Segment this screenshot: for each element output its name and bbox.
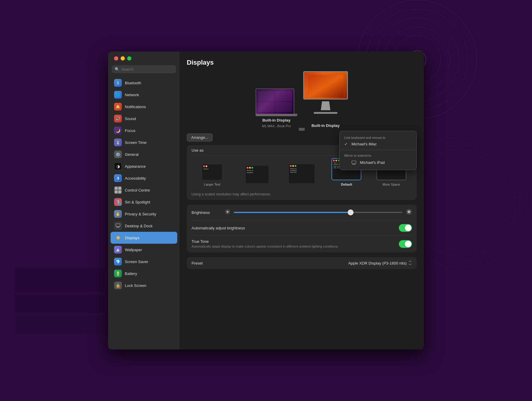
main-content: Displays Built-in Display bbox=[180, 52, 424, 349]
controls-row: Arrange... + Link keyboard and mouse to … bbox=[180, 131, 424, 145]
sidebar-label-bluetooth: Bluetooth bbox=[125, 81, 141, 85]
page-title: Displays bbox=[187, 59, 417, 66]
svg-point-29 bbox=[407, 210, 410, 213]
sidebar-item-bluetooth[interactable]: Bluetooth bbox=[111, 77, 177, 89]
sidebar-item-accessibility[interactable]: ♿ Accessibility bbox=[111, 172, 177, 184]
sidebar-label-sound: Sound bbox=[125, 116, 136, 121]
use-as-label: Use as bbox=[192, 148, 203, 153]
sidebar-item-focus[interactable]: 🌙 Focus bbox=[111, 125, 177, 136]
imac-screen bbox=[303, 71, 348, 100]
sidebar-item-sound[interactable]: 🔊 Sound bbox=[111, 113, 177, 125]
svg-line-28 bbox=[226, 213, 226, 214]
sidebar-item-controlcentre[interactable]: Control Centre bbox=[111, 184, 177, 196]
display-thumb-imac[interactable]: Built-in Display bbox=[303, 71, 348, 128]
dropdown-item-ipad[interactable]: ✓ Michael's iPad bbox=[340, 158, 416, 167]
res-preview-medium1: Here's totroublem bbox=[245, 165, 269, 184]
sidebar-label-lockscreen: Lock Screen bbox=[125, 283, 146, 288]
sidebar-label-network: Network bbox=[125, 93, 139, 97]
bluetooth-icon bbox=[114, 79, 122, 87]
desktop-icon bbox=[114, 222, 122, 230]
dropdown-divider bbox=[340, 150, 416, 150]
dropdown-ipad-label: Michael's iPad bbox=[360, 160, 385, 165]
laptop-screen bbox=[256, 88, 294, 114]
dropdown-item-imac[interactable]: ✓ Michael's iMac bbox=[340, 140, 416, 148]
sidebar-label-screentime: Screen Time bbox=[125, 140, 147, 145]
svg-rect-8 bbox=[15, 268, 104, 292]
sidebar-item-desktop[interactable]: Desktop & Dock bbox=[111, 220, 177, 232]
search-input[interactable] bbox=[121, 67, 173, 72]
settings-scroll: Use as Main displ… Here' bbox=[180, 145, 424, 349]
notifications-icon: 🔔 bbox=[114, 103, 122, 111]
brightness-slider[interactable] bbox=[234, 212, 402, 213]
sidebar-item-notifications[interactable]: 🔔 Notifications bbox=[111, 101, 177, 113]
sidebar-item-wallpaper[interactable]: 🏔️ Wallpaper bbox=[111, 244, 177, 256]
svg-rect-11 bbox=[116, 224, 120, 226]
svg-point-20 bbox=[226, 211, 229, 213]
res-option-medium1[interactable]: Here's totroublem bbox=[236, 165, 277, 186]
main-header: Displays bbox=[180, 52, 424, 71]
accessibility-icon: ♿ bbox=[114, 174, 122, 182]
svg-point-7 bbox=[408, 149, 515, 256]
res-option-larger-text[interactable]: Here's Larger Text bbox=[192, 164, 233, 186]
res-preview-larger: Here's bbox=[202, 164, 223, 180]
laptop-base bbox=[256, 114, 297, 116]
svg-line-35 bbox=[410, 213, 411, 214]
display-dropdown-menu: Link keyboard and mouse to ✓ Michael's i… bbox=[339, 131, 417, 170]
sidebar-label-accessibility: Accessibility bbox=[125, 176, 146, 181]
sidebar-item-displays[interactable]: ☀️ Displays bbox=[111, 232, 177, 244]
svg-line-25 bbox=[226, 210, 226, 210]
displays-area: Built-in Display M1 MAX...Book Pro bbox=[180, 71, 424, 128]
screentime-icon: ⏳ bbox=[114, 139, 122, 146]
svg-line-26 bbox=[229, 213, 229, 214]
auto-brightness-row: Automatically adjust brightness bbox=[187, 220, 417, 235]
display-sublabel-laptop: M1 MAX...Book Pro bbox=[262, 124, 291, 128]
preset-row: Preset Apple XDR Display (P3-1600 nits) bbox=[187, 257, 417, 269]
dropdown-mirror-section-label: Mirror or extend to bbox=[340, 152, 416, 158]
display-thumb-laptop[interactable]: Built-in Display M1 MAX...Book Pro bbox=[256, 88, 297, 128]
sidebar-item-lockscreen[interactable]: 🔒 Lock Screen bbox=[111, 279, 177, 291]
arrange-button[interactable]: Arrange... bbox=[187, 133, 213, 142]
auto-brightness-toggle[interactable] bbox=[399, 224, 412, 232]
search-bar[interactable]: 🔍 bbox=[112, 65, 176, 73]
sidebar-label-focus: Focus bbox=[125, 128, 135, 133]
lockscreen-icon: 🔒 bbox=[114, 282, 122, 289]
sidebar-item-network[interactable]: 🌐 Network bbox=[111, 89, 177, 101]
svg-rect-10 bbox=[15, 316, 104, 334]
privacy-icon: ✋ bbox=[114, 210, 122, 218]
dropdown-link-section-label: Link keyboard and mouse to bbox=[340, 134, 416, 140]
true-tone-toggle[interactable] bbox=[399, 240, 412, 248]
dropdown-imac-label: Michael's iMac bbox=[351, 142, 377, 146]
sidebar-label-appearance: Appearance bbox=[125, 164, 146, 169]
performance-note: Using a scaled resolution may affect per… bbox=[187, 190, 417, 200]
minimize-button[interactable] bbox=[121, 56, 125, 60]
svg-rect-15 bbox=[308, 75, 343, 97]
laptop-display bbox=[256, 88, 297, 116]
sidebar-item-privacy[interactable]: ✋ Privacy & Security bbox=[111, 208, 177, 220]
sidebar-item-battery[interactable]: 🔋 Battery bbox=[111, 268, 177, 279]
siri-icon: 🎙️ bbox=[114, 198, 122, 206]
res-preview-medium2: Here's to ttroublemaones who bbox=[288, 164, 315, 184]
brightness-card: Brightness bbox=[187, 205, 417, 252]
sidebar-label-screensaver: Screen Saver bbox=[125, 259, 148, 264]
sidebar-item-screentime[interactable]: ⏳ Screen Time bbox=[111, 136, 177, 148]
res-label-larger: Larger Text bbox=[204, 183, 220, 186]
preset-card: Preset Apple XDR Display (P3-1600 nits) bbox=[187, 257, 417, 269]
res-option-medium2[interactable]: Here's to ttroublemaones who bbox=[281, 164, 322, 186]
svg-rect-16 bbox=[352, 161, 356, 164]
sidebar-label-battery: Battery bbox=[125, 271, 137, 276]
screensaver-icon: 💎 bbox=[114, 258, 122, 265]
sidebar-item-siri[interactable]: 🎙️ Siri & Spotlight bbox=[111, 196, 177, 208]
sidebar-item-general[interactable]: ⚙️ General bbox=[111, 148, 177, 160]
focus-icon: 🌙 bbox=[114, 127, 122, 134]
sidebar-item-screensaver[interactable]: 💎 Screen Saver bbox=[111, 256, 177, 268]
battery-icon: 🔋 bbox=[114, 270, 122, 277]
maximize-button[interactable] bbox=[127, 56, 131, 60]
sound-icon: 🔊 bbox=[114, 115, 122, 122]
sidebar-item-appearance[interactable]: ◑ Appearance bbox=[111, 160, 177, 172]
brightness-label: Brightness bbox=[192, 210, 221, 215]
sidebar-list: Bluetooth 🌐 Network 🔔 Notifications 🔊 So… bbox=[108, 77, 180, 349]
close-button[interactable] bbox=[114, 56, 118, 60]
svg-rect-9 bbox=[15, 295, 104, 313]
svg-line-34 bbox=[407, 210, 407, 210]
imac-stand bbox=[320, 101, 332, 110]
